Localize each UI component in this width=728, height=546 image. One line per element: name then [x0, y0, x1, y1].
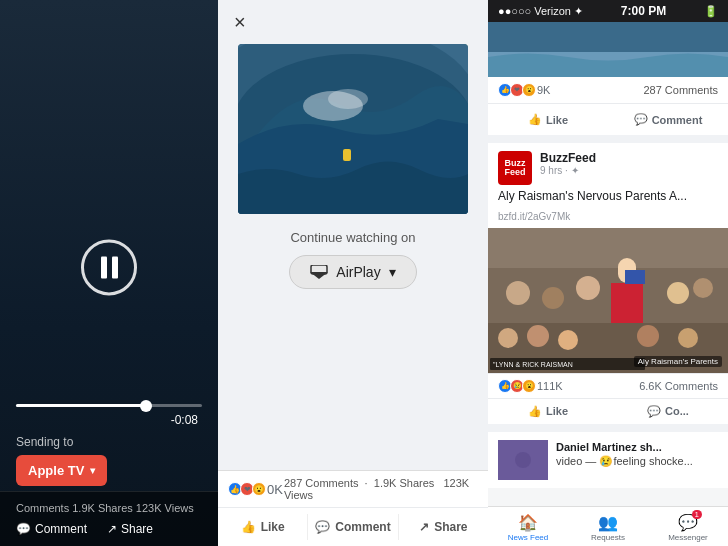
- buzzfeed-avatar: BuzzFeed: [498, 151, 532, 185]
- comment-label-1: Comment: [652, 114, 703, 126]
- share-button[interactable]: ↗ Share: [107, 522, 153, 536]
- modal-comments-count: 287 Comments · 1.9K Shares 123K Views: [284, 477, 478, 501]
- modal-share-button[interactable]: ↗ Share: [399, 514, 488, 540]
- comment-button[interactable]: 💬 Comment: [16, 522, 87, 536]
- fb-actions-1: 👍 Like 💬 Comment: [488, 104, 728, 135]
- svg-rect-9: [488, 22, 728, 52]
- fb-bottom-nav: 🏠 News Feed 👥 Requests 💬 1 Messenger: [488, 506, 728, 546]
- svg-rect-5: [343, 149, 351, 161]
- pause-button[interactable]: [81, 239, 137, 295]
- reaction-circles-1: 👍 ❤ 😮: [498, 83, 533, 97]
- reaction-circles: 👍 ❤ 😮: [228, 482, 263, 496]
- battery-icon: 🔋: [704, 5, 718, 18]
- buzzfeed-post-link: bzfd.it/2aGv7Mk: [488, 211, 728, 228]
- news-feed-label: News Feed: [508, 533, 548, 542]
- svg-point-22: [498, 328, 518, 348]
- continue-watching-modal: × Continue watching on: [218, 0, 488, 546]
- fb-post-header-2: BuzzFeed BuzzFeed 9 hrs · ✦: [488, 143, 728, 189]
- svg-point-20: [693, 278, 713, 298]
- left-video-player: -0:08 Sending to Apple TV ▾ Comments 1.9…: [0, 0, 218, 546]
- time-remaining: -0:08: [16, 413, 202, 427]
- comment-icon-2: 💬: [647, 405, 661, 418]
- nav-news-feed[interactable]: 🏠 News Feed: [488, 513, 568, 542]
- post-image-caption: Aly Raisman's Parents: [634, 356, 722, 367]
- modal-reactions-row: 👍 ❤ 😮 0K 287 Comments · 1.9K Shares 123K…: [218, 471, 488, 508]
- modal-like-button[interactable]: 👍 Like: [218, 514, 308, 540]
- small-post-thumb: [498, 440, 548, 480]
- comment-icon: 💬: [16, 522, 31, 536]
- fb-buzzfeed-post: BuzzFeed BuzzFeed 9 hrs · ✦ Aly Raisman'…: [488, 143, 728, 424]
- chevron-down-icon: ▾: [90, 465, 95, 476]
- comment-icon: 💬: [315, 520, 330, 534]
- svg-point-4: [328, 89, 368, 109]
- video-thumbnail: [238, 44, 468, 214]
- reactions-count-2: 111K: [537, 380, 563, 392]
- airplay-label: AirPlay: [336, 264, 380, 280]
- nav-messenger[interactable]: 💬 1 Messenger: [648, 513, 728, 542]
- fb-like-btn-1[interactable]: 👍 Like: [488, 108, 608, 131]
- share-label: Share: [121, 522, 153, 536]
- apple-tv-button[interactable]: Apple TV ▾: [16, 455, 107, 486]
- svg-point-30: [515, 452, 531, 468]
- sending-to-label: Sending to: [0, 435, 218, 449]
- wow-reaction: 😮: [252, 482, 266, 496]
- airplay-button[interactable]: AirPlay ▾: [289, 255, 416, 289]
- messenger-icon-wrap: 💬 1: [678, 513, 698, 532]
- share-icon: ↗: [107, 522, 117, 536]
- small-post-text: Daniel Martinez sh... video — 😢feeling s…: [556, 440, 693, 469]
- modal-bottom-bar: 👍 ❤ 😮 0K 287 Comments · 1.9K Shares 123K…: [218, 470, 488, 546]
- messenger-label: Messenger: [668, 533, 708, 542]
- svg-rect-14: [611, 283, 643, 323]
- left-stats: Comments 1.9K Shares 123K Views: [16, 502, 202, 514]
- fb-actions-2: 👍 Like 💬 Co...: [488, 399, 728, 424]
- reaction-count: 0K: [267, 482, 281, 497]
- continue-label: Continue watching on: [290, 230, 415, 245]
- buzzfeed-info: BuzzFeed 9 hrs · ✦: [540, 151, 596, 176]
- fb-like-btn-2[interactable]: 👍 Like: [488, 401, 608, 422]
- buzzfeed-post-image[interactable]: "LYNN & RICK RAISMAN Aly Raisman's Paren…: [488, 228, 728, 373]
- comment-label-2: Co...: [665, 405, 689, 417]
- like-icon: 👍: [241, 520, 256, 534]
- requests-label: Requests: [591, 533, 625, 542]
- comment-label: Comment: [35, 522, 87, 536]
- airplay-icon: [310, 265, 328, 279]
- top-video-visual: [488, 22, 728, 77]
- post-image-svg: "LYNN & RICK RAISMAN: [488, 228, 728, 373]
- fb-comment-btn-2[interactable]: 💬 Co...: [608, 401, 728, 422]
- left-actions: 💬 Comment ↗ Share: [16, 522, 202, 536]
- top-video-snippet[interactable]: [488, 22, 728, 77]
- buzzfeed-meta: 9 hrs · ✦: [540, 165, 596, 176]
- svg-point-16: [506, 281, 530, 305]
- svg-point-24: [558, 330, 578, 350]
- comment-label: Comment: [335, 520, 390, 534]
- share-icon: ↗: [419, 520, 429, 534]
- share-label: Share: [434, 520, 467, 534]
- like-label: Like: [261, 520, 285, 534]
- progress-track[interactable]: [16, 404, 202, 407]
- airplay-chevron-icon: ▾: [389, 264, 396, 280]
- requests-icon-wrap: 👥: [598, 513, 618, 532]
- small-post-content: video — 😢feeling shocke...: [556, 454, 693, 468]
- svg-marker-6: [310, 272, 328, 279]
- facebook-feed: ●●○○○ Verizon ✦ 7:00 PM 🔋 👍 ❤ 😮 9K 287 C…: [488, 0, 728, 546]
- comments-count-1: 287 Comments: [643, 84, 718, 96]
- close-button[interactable]: ×: [234, 12, 246, 32]
- comment-icon-1: 💬: [634, 113, 648, 126]
- nav-requests[interactable]: 👥 Requests: [568, 513, 648, 542]
- like-icon-2: 👍: [528, 405, 542, 418]
- progress-area: -0:08: [0, 404, 218, 427]
- svg-point-23: [527, 325, 549, 347]
- like-icon-1: 👍: [528, 113, 542, 126]
- svg-point-26: [678, 328, 698, 348]
- fb-reactions-row-1: 👍 ❤ 😮 9K 287 Comments: [488, 77, 728, 104]
- svg-text:"LYNN & RICK RAISMAN: "LYNN & RICK RAISMAN: [493, 361, 573, 368]
- pause-icon: [101, 256, 118, 278]
- fb-comment-btn-1[interactable]: 💬 Comment: [608, 108, 728, 131]
- svg-point-17: [542, 287, 564, 309]
- requests-icon: 👥: [598, 514, 618, 531]
- like-label-1: Like: [546, 114, 568, 126]
- svg-point-25: [637, 325, 659, 347]
- wow-r-2: 😮: [522, 379, 536, 393]
- modal-comment-button[interactable]: 💬 Comment: [308, 514, 398, 540]
- news-feed-icon-wrap: 🏠: [518, 513, 538, 532]
